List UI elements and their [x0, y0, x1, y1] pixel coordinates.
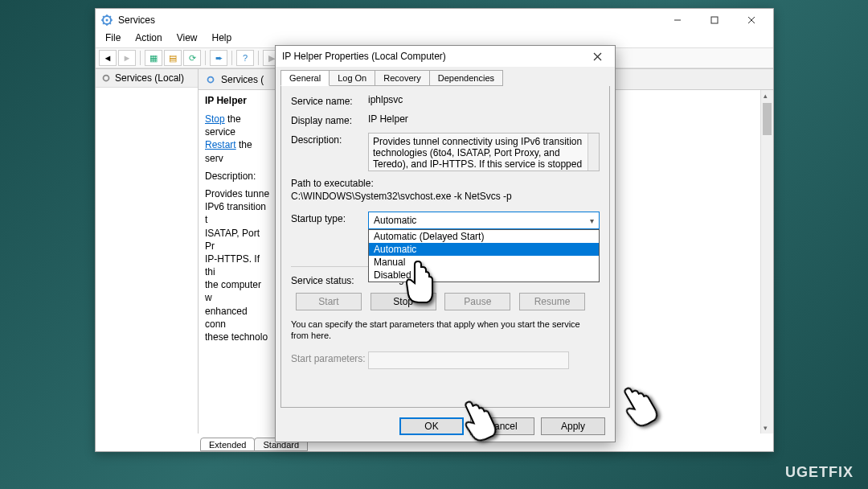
properties-button[interactable]: ▤: [164, 50, 182, 66]
svg-point-6: [104, 76, 109, 81]
nav-root-label: Services (Local): [115, 72, 184, 84]
back-button[interactable]: ◄: [99, 50, 117, 66]
tab-recovery[interactable]: Recovery: [375, 70, 429, 86]
ok-button[interactable]: OK: [399, 417, 464, 435]
startup-opt-manual[interactable]: Manual: [369, 256, 599, 269]
service-name-value: iphlpsvc: [368, 94, 600, 105]
tab-dependencies[interactable]: Dependencies: [429, 70, 503, 86]
service-name-label: Service name:: [291, 94, 368, 107]
restart-link[interactable]: Restart: [205, 139, 236, 150]
service-detail-panel: IP Helper Stop the service Restart the s…: [199, 90, 277, 434]
minimize-button[interactable]: [661, 11, 694, 29]
window-title: Services: [118, 14, 661, 26]
dialog-title: IP Helper Properties (Local Computer): [282, 51, 586, 62]
start-params-input[interactable]: [368, 351, 569, 369]
startup-opt-disabled[interactable]: Disabled: [369, 269, 599, 281]
stop-service-button[interactable]: Stop: [371, 293, 436, 310]
resume-service-button[interactable]: Resume: [519, 293, 585, 310]
gear-icon: [205, 74, 216, 85]
cancel-button[interactable]: Cancel: [470, 417, 534, 435]
path-label: Path to executable:: [291, 178, 600, 189]
description-box[interactable]: Provides tunnel connectivity using IPv6 …: [368, 133, 600, 171]
startup-opt-delayed[interactable]: Automatic (Delayed Start): [369, 230, 599, 243]
tab-extended[interactable]: Extended: [200, 438, 255, 451]
params-hint: You can specify the start parameters tha…: [291, 318, 600, 342]
start-service-button[interactable]: Start: [296, 293, 362, 310]
menu-help[interactable]: Help: [211, 31, 234, 47]
close-icon: [593, 52, 602, 61]
display-name-label: Display name:: [291, 113, 368, 126]
svg-point-7: [208, 76, 214, 82]
display-name-value: IP Helper: [368, 113, 600, 125]
svg-rect-3: [711, 17, 718, 23]
start-params-label: Start parameters:: [291, 351, 368, 364]
maximize-button[interactable]: [698, 11, 731, 29]
tab-general[interactable]: General: [280, 70, 330, 86]
startup-opt-automatic[interactable]: Automatic: [369, 243, 599, 256]
pause-service-button[interactable]: Pause: [444, 293, 510, 310]
detail-header-title: Services (: [221, 74, 264, 85]
tab-logon[interactable]: Log On: [329, 70, 375, 86]
desc-heading: Description:: [205, 170, 270, 183]
refresh-button[interactable]: ⟳: [183, 50, 201, 66]
selected-service-name: IP Helper: [205, 95, 270, 106]
path-value: C:\WINDOWS\System32\svchost.exe -k NetSv…: [291, 191, 600, 202]
description-label: Description:: [291, 133, 368, 146]
show-hide-button[interactable]: ▦: [145, 50, 162, 66]
nav-tree: Services (Local): [96, 69, 199, 434]
vertical-scrollbar[interactable]: [760, 90, 773, 434]
properties-dialog: IP Helper Properties (Local Computer) Ge…: [275, 45, 616, 442]
startup-type-label: Startup type:: [291, 212, 368, 224]
desc-scrollbar[interactable]: [588, 134, 599, 171]
menu-file[interactable]: File: [104, 31, 122, 47]
stop-link[interactable]: Stop: [205, 113, 225, 125]
export-button[interactable]: ➨: [210, 50, 227, 66]
dialog-close-button[interactable]: [586, 48, 608, 64]
forward-button[interactable]: ►: [118, 50, 136, 66]
svg-point-1: [106, 19, 108, 22]
titlebar: Services: [96, 9, 773, 31]
scrollbar-thumb[interactable]: [763, 103, 772, 135]
startup-type-combo[interactable]: Automatic ▾: [368, 212, 600, 229]
apply-button[interactable]: Apply: [541, 417, 605, 435]
description-text: Provides tunnel connectivity using IPv6 …: [373, 136, 582, 170]
desc-text: Provides tunne IPv6 transition t ISATAP,…: [205, 187, 270, 343]
menu-action[interactable]: Action: [133, 31, 163, 47]
chevron-down-icon: ▾: [590, 216, 594, 225]
nav-root[interactable]: Services (Local): [96, 69, 198, 88]
services-icon: [100, 14, 113, 27]
menu-view[interactable]: View: [175, 31, 199, 47]
help-button[interactable]: ?: [236, 50, 254, 66]
startup-type-dropdown: Automatic (Delayed Start) Automatic Manu…: [368, 229, 600, 282]
startup-type-selected: Automatic: [374, 215, 416, 226]
watermark: UGETFIX: [785, 464, 854, 481]
gear-icon: [100, 72, 112, 84]
close-button[interactable]: [735, 11, 768, 29]
service-status-label: Service status:: [291, 273, 368, 286]
